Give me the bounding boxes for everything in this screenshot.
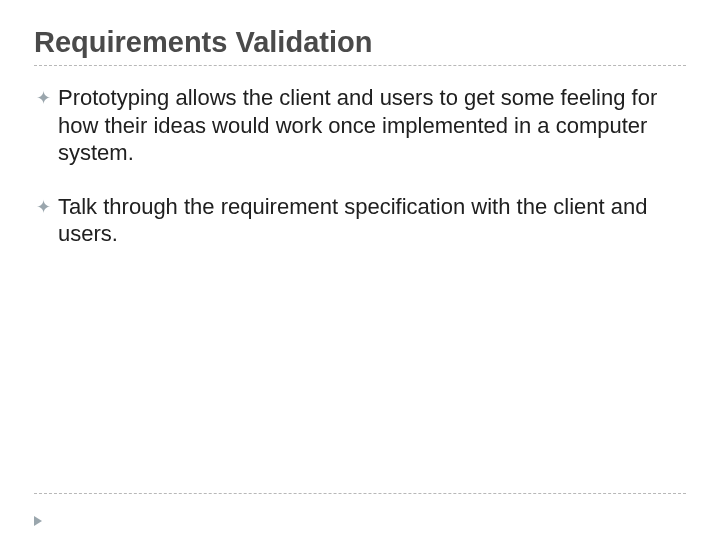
bullet-icon: ✦ — [36, 193, 58, 219]
bullet-icon: ✦ — [36, 84, 58, 110]
footer-divider — [34, 493, 686, 494]
bullet-text: Talk through the requirement specificati… — [58, 193, 686, 248]
bullet-text: Prototyping allows the client and users … — [58, 84, 686, 167]
slide: Requirements Validation ✦ Prototyping al… — [0, 0, 720, 540]
footer-flag-icon — [34, 516, 42, 526]
list-item: ✦ Prototyping allows the client and user… — [36, 84, 686, 167]
list-item: ✦ Talk through the requirement specifica… — [36, 193, 686, 248]
title-divider — [34, 65, 686, 66]
slide-body: ✦ Prototyping allows the client and user… — [34, 84, 686, 248]
page-title: Requirements Validation — [34, 26, 686, 59]
